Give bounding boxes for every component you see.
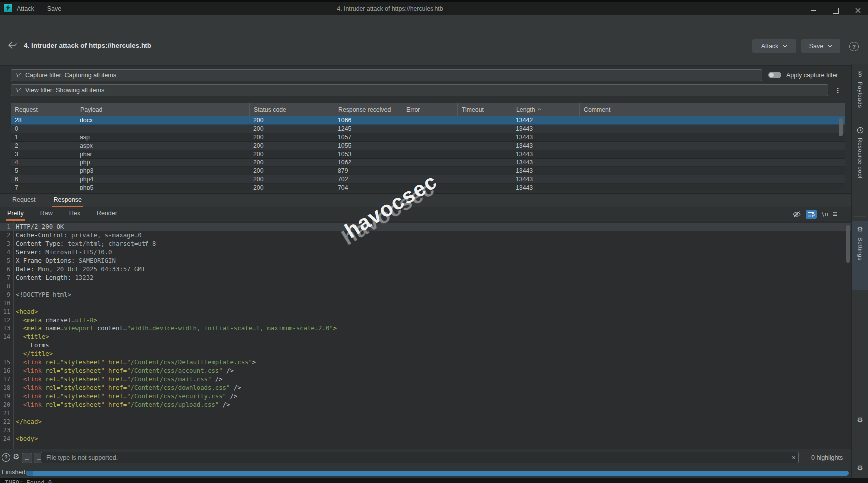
column-header-timeout[interactable]: Timeout (457, 103, 512, 116)
editor-tab-raw[interactable]: Raw (39, 207, 54, 221)
sidebar-item-settings[interactable]: ⚙ Settings (852, 221, 868, 290)
line-number: 2 (0, 231, 13, 240)
attack-progress-bar (26, 471, 849, 476)
code-line: 11<head> (0, 308, 851, 316)
close-icon (855, 8, 861, 13)
attack-status-label: Finished (2, 467, 25, 477)
code-line-content: <title> (13, 333, 49, 341)
code-line: 1HTTP/2 200 OK (0, 223, 851, 231)
sidebar-divider (854, 123, 866, 123)
clock-icon (857, 127, 864, 134)
menu-attack[interactable]: Attack (17, 5, 34, 12)
save-button[interactable]: Save (801, 39, 840, 53)
code-line: 18 <link rel="stylesheet" href="/Content… (0, 384, 851, 392)
code-scrollbar[interactable] (846, 225, 850, 263)
column-header-comment[interactable]: Comment (579, 103, 845, 116)
table-cell: php3 (76, 167, 249, 175)
message-tab-request[interactable]: Request (11, 194, 37, 207)
table-cell (76, 125, 249, 133)
back-button[interactable] (7, 40, 18, 51)
apply-capture-filter-toggle[interactable] (768, 72, 781, 78)
save-button-label: Save (809, 43, 824, 50)
code-line-content: <meta charset=utf-8> (13, 316, 97, 324)
table-cell: 4 (11, 159, 76, 167)
window-titlebar: Attack Save 4. Intruder attack of https:… (0, 2, 868, 15)
intruder-window: Attack Save 4. Intruder attack of https:… (0, 0, 868, 483)
table-row[interactable]: 28docx200106613442 (11, 116, 845, 125)
view-filter-menu-button[interactable]: ⋮ (833, 84, 842, 96)
hide-eye-icon[interactable] (792, 211, 801, 218)
table-cell: docx (76, 116, 249, 125)
gutter-divider (13, 221, 14, 449)
column-header-error[interactable]: Error (402, 103, 457, 116)
line-number: 8 (0, 282, 13, 291)
window-menu: Attack Save (17, 2, 61, 15)
capture-filter-label: Capture filter: Capturing all items (25, 72, 116, 79)
table-cell: 13443 (512, 150, 579, 159)
editor-tab-hex[interactable]: Hex (68, 207, 81, 221)
column-header-payload[interactable]: Payload (76, 103, 249, 116)
line-number: 4 (0, 248, 13, 257)
search-settings-gear-icon[interactable]: ⚙ (12, 452, 21, 461)
menu-save[interactable]: Save (47, 5, 62, 12)
line-number: 6 (0, 265, 13, 274)
help-button[interactable]: ? (849, 42, 859, 51)
newline-toggle[interactable]: \n (821, 211, 828, 218)
view-filter-bar[interactable]: View filter: Showing all items (11, 84, 828, 96)
clear-search-icon[interactable]: × (789, 452, 799, 463)
table-cell (402, 167, 457, 175)
table-cell: 200 (249, 142, 334, 150)
chevron-down-icon (783, 45, 787, 48)
table-row[interactable]: 5php320087913443 (11, 167, 845, 175)
table-scrollbar[interactable] (839, 118, 843, 136)
table-cell: 13442 (512, 116, 579, 125)
column-header-request[interactable]: Request (11, 103, 76, 116)
word-wrap-icon (808, 211, 815, 217)
code-line: 5X-Frame-Options: SAMEORIGIN (0, 257, 851, 265)
line-number: 17 (0, 375, 13, 384)
code-line-content: X-Frame-Options: SAMEORIGIN (13, 257, 116, 265)
table-row[interactable]: 2aspx200105513443 (11, 142, 845, 150)
table-cell (457, 133, 512, 142)
attack-button[interactable]: Attack (752, 39, 796, 53)
editor-settings-gear[interactable]: ⚙ (852, 416, 868, 424)
column-header-response-received[interactable]: Response received (334, 103, 402, 116)
table-row[interactable]: 4php200106213443 (11, 159, 845, 167)
attack-button-label: Attack (761, 43, 779, 50)
search-input[interactable]: File type is not supported. (41, 452, 799, 463)
line-number: 16 (0, 367, 13, 375)
table-cell (402, 184, 457, 190)
sidebar-divider (854, 460, 866, 460)
word-wrap-button[interactable] (806, 210, 817, 219)
column-header-length[interactable]: Length^ (512, 103, 579, 116)
table-row[interactable]: 3phar200105313443 (11, 150, 845, 159)
table-row[interactable]: 1asp200105713443 (11, 133, 845, 142)
table-row[interactable]: 0200124513443 (11, 125, 845, 133)
code-line-content: Forms (13, 341, 49, 350)
table-row[interactable]: 6php420070213443 (11, 175, 845, 184)
code-line: 23 (0, 426, 851, 435)
capture-filter-bar[interactable]: Capture filter: Capturing all items (11, 69, 762, 81)
code-line: </title> (0, 350, 851, 358)
table-cell (402, 125, 457, 133)
table-row[interactable]: 7php520070413443 (11, 184, 845, 190)
search-help-button[interactable]: ? (2, 453, 10, 462)
editor-tab-pretty[interactable]: Pretty (6, 207, 25, 221)
code-line: 13 <meta name=viewport content="width=de… (0, 324, 851, 333)
table-cell (402, 133, 457, 142)
table-cell (457, 125, 512, 133)
results-table-body: 28docx20010661344202001245134431asp20010… (11, 116, 845, 190)
search-bar-settings-gear[interactable]: ⚙ (852, 464, 868, 472)
editor-tab-render[interactable]: Render (96, 207, 118, 221)
sidebar-item-payloads[interactable]: § Payloads (852, 70, 868, 108)
table-cell (402, 142, 457, 150)
previous-match-button[interactable]: ← (22, 453, 32, 463)
line-number: 14 (0, 333, 13, 341)
table-cell (579, 184, 845, 190)
results-table-header: RequestPayloadStatus codeResponse receiv… (11, 103, 845, 116)
sidebar-item-resource-pool[interactable]: Resource pool (852, 127, 868, 179)
message-tab-response[interactable]: Response (52, 194, 83, 207)
column-header-status-code[interactable]: Status code (249, 103, 334, 116)
code-line: 3Content-Type: text/html; charset=utf-8 (0, 240, 851, 248)
editor-menu-icon[interactable]: ≡ (833, 210, 837, 218)
